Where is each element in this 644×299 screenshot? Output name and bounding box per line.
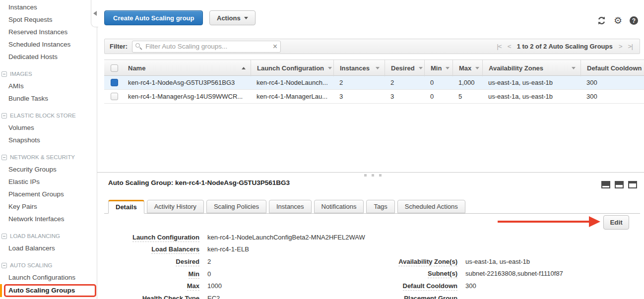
gear-icon[interactable]: ⚙ <box>614 16 622 25</box>
table-header-row: Name Launch Configuration Instances Desi… <box>104 60 644 76</box>
field-value: EC2 <box>207 295 220 299</box>
field-value: ken-rc4-1-NodeLaunchConfigBeta2-MNA2HFEL… <box>207 234 365 241</box>
sort-icon <box>328 67 332 69</box>
sidebar-item-volumes[interactable]: Volumes <box>0 121 97 134</box>
edit-button[interactable]: Edit <box>603 215 629 230</box>
section-label: LOAD BALANCING <box>10 233 60 239</box>
pane-minimize-icon[interactable] <box>601 181 610 188</box>
sidebar-item-load-balancers[interactable]: Load Balancers <box>0 242 97 254</box>
clear-filter-icon[interactable]: × <box>273 41 277 52</box>
table-row[interactable]: ken-rc4-1-NodeAsg-G5TU3P561BG3 ken-rc4-1… <box>104 76 644 90</box>
sidebar-item-snapshots[interactable]: Snapshots <box>0 134 97 146</box>
filter-input[interactable] <box>132 41 281 53</box>
pagination-prev-icon[interactable]: < <box>508 43 511 50</box>
sidebar-collapse-handle[interactable] <box>91 0 98 27</box>
column-label: Min <box>431 64 442 72</box>
column-header-availability-zones[interactable]: Availability Zones <box>482 60 580 76</box>
pagination-next-icon[interactable]: > <box>619 43 622 50</box>
actions-dropdown-button[interactable]: Actions <box>209 10 256 25</box>
sidebar-item-security-groups[interactable]: Security Groups <box>0 163 97 176</box>
filter-label: Filter: <box>110 43 128 50</box>
create-auto-scaling-group-button[interactable]: Create Auto Scaling group <box>104 10 203 25</box>
cell-name: ken-rc4-1-ManagerAsg-14US9WWCR... <box>124 93 251 100</box>
sidebar-item-auto-scaling-groups[interactable]: Auto Scaling Groups <box>4 284 96 297</box>
sort-asc-icon <box>242 67 246 69</box>
cell-launch-configuration: ken-rc4-1-ManagerLau... <box>251 93 333 100</box>
pane-layout-controls <box>601 181 637 188</box>
annotation-arrow-icon <box>498 216 600 227</box>
sidebar-item-bundle-tasks[interactable]: Bundle Tasks <box>0 92 97 105</box>
tab-details[interactable]: Details <box>108 200 144 214</box>
sidebar-item-scheduled-instances[interactable]: Scheduled Instances <box>0 38 97 51</box>
tab-instances[interactable]: Instances <box>269 200 312 213</box>
sidebar-item-launch-configurations[interactable]: Launch Configurations <box>0 271 97 284</box>
sidebar-section-auto-scaling[interactable]: AUTO SCALING <box>0 259 97 271</box>
sidebar-item-amis[interactable]: AMIs <box>0 80 97 92</box>
tab-scaling-policies[interactable]: Scaling Policies <box>206 200 266 213</box>
details-fields-right: Availability Zone(s) us-east-1a, us-east… <box>347 255 563 299</box>
cell-max: 5 <box>452 93 482 100</box>
pane-split-icon[interactable] <box>615 181 624 188</box>
field-max: Max 1000 <box>108 280 365 292</box>
field-health-check-type: Health Check Type EC2 <box>108 292 365 299</box>
tab-activity-history[interactable]: Activity History <box>147 200 204 213</box>
collapse-minus-icon <box>1 234 7 239</box>
cell-default-cooldown: 300 <box>580 79 644 86</box>
sidebar-item-spot-requests[interactable]: Spot Requests <box>0 13 97 26</box>
field-value: ken-rc4-1-ELB <box>207 245 249 253</box>
cell-min: 0 <box>424 93 452 100</box>
collapse-left-icon <box>93 11 97 16</box>
column-label: Desired <box>391 64 415 72</box>
column-header-instances[interactable]: Instances <box>333 60 385 76</box>
checkbox-icon[interactable] <box>111 64 118 72</box>
field-label: Desired <box>176 258 199 266</box>
pagination-first-icon[interactable]: |< <box>497 43 501 50</box>
field-label: Default Cooldown <box>403 282 458 291</box>
tab-notifications[interactable]: Notifications <box>314 200 364 213</box>
sidebar-item-placement-groups[interactable]: Placement Groups <box>0 188 97 200</box>
column-header-launch-configuration[interactable]: Launch Configuration <box>251 60 333 76</box>
column-header-name[interactable]: Name <box>124 60 251 76</box>
sidebar-item-reserved-instances[interactable]: Reserved Instances <box>0 26 97 38</box>
sidebar-section-elastic-block-store[interactable]: ELASTIC BLOCK STORE <box>0 110 97 121</box>
section-label: NETWORK & SECURITY <box>10 154 75 160</box>
sidebar-item-dedicated-hosts[interactable]: Dedicated Hosts <box>0 51 97 63</box>
collapse-minus-icon <box>1 71 7 77</box>
sort-icon <box>572 67 576 69</box>
sidebar-section-load-balancing[interactable]: LOAD BALANCING <box>0 230 97 242</box>
row-checkbox-checked[interactable] <box>111 79 118 86</box>
column-header-desired[interactable]: Desired <box>385 60 424 76</box>
column-header-max[interactable]: Max <box>452 60 482 76</box>
pagination-last-icon[interactable]: >| <box>628 43 633 50</box>
pane-maximize-icon[interactable] <box>628 181 637 188</box>
cell-availability-zones: us-east-1a, us-east-1b <box>482 79 580 86</box>
sidebar-section-network-security[interactable]: NETWORK & SECURITY <box>0 151 97 163</box>
cell-max: 1,000 <box>452 79 482 86</box>
help-icon[interactable]: ? <box>630 16 638 25</box>
column-label: Default Cooldown <box>587 64 642 72</box>
field-label: Placement Group <box>404 295 457 299</box>
tab-tags[interactable]: Tags <box>366 200 394 213</box>
cell-availability-zones: us-east-1a, us-east-1b <box>482 93 580 100</box>
pane-splitter[interactable] <box>97 172 644 173</box>
sidebar-section-images[interactable]: IMAGES <box>0 68 97 80</box>
sort-icon <box>376 67 380 69</box>
sidebar-item-key-pairs[interactable]: Key Pairs <box>0 200 97 213</box>
row-checkbox[interactable] <box>111 93 118 100</box>
column-header-default-cooldown[interactable]: Default Cooldown <box>580 60 644 76</box>
sidebar-item-network-interfaces[interactable]: Network Interfaces <box>0 213 97 225</box>
sidebar-item-instances[interactable]: Instances <box>0 1 97 13</box>
field-launch-configuration: Launch Configuration ken-rc4-1-NodeLaunc… <box>108 231 365 243</box>
field-availability-zones: Availability Zone(s) us-east-1a, us-east… <box>347 255 563 268</box>
column-header-min[interactable]: Min <box>424 60 452 76</box>
refresh-icon[interactable] <box>597 16 606 25</box>
section-label: AUTO SCALING <box>10 262 52 268</box>
table-row[interactable]: ken-rc4-1-ManagerAsg-14US9WWCR... ken-rc… <box>104 90 644 104</box>
field-subnets: Subnet(s) subnet-22163808,subnet-f1110f8… <box>347 268 563 280</box>
field-label: Load Balancers <box>151 245 199 254</box>
splitter-drag-handle-icon[interactable] <box>364 174 382 177</box>
sidebar-item-elastic-ips[interactable]: Elastic IPs <box>0 176 97 188</box>
tab-scheduled-actions[interactable]: Scheduled Actions <box>397 200 465 213</box>
select-all-checkbox[interactable] <box>104 60 124 76</box>
cell-instances: 3 <box>333 93 385 100</box>
